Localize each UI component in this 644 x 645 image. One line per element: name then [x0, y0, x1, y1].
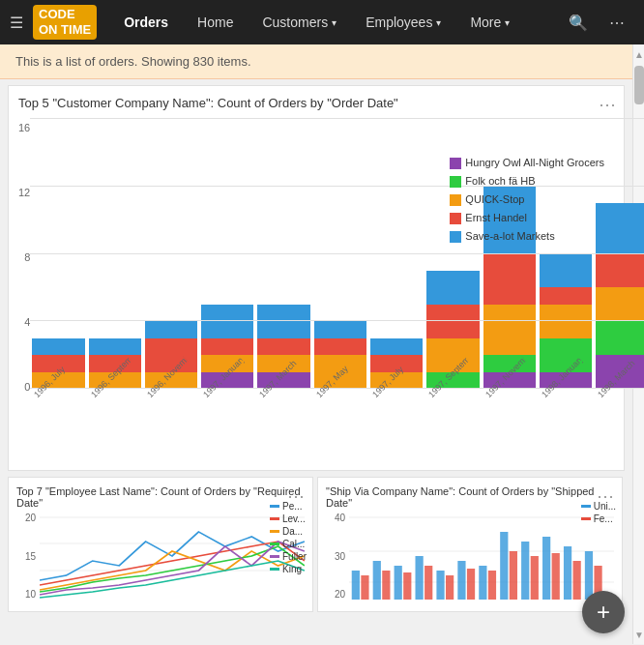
- svg-rect-25: [510, 551, 517, 600]
- bar-segment: [426, 271, 479, 305]
- y-label-8: 8: [18, 251, 30, 263]
- bar-segment: [540, 287, 592, 305]
- bar-segment: [257, 338, 309, 356]
- legend-label-folk: Folk och fä HB: [465, 175, 535, 187]
- bar-group: [314, 118, 366, 389]
- svg-rect-9: [416, 556, 424, 600]
- legend-label-hungry-owl: Hungry Owl All-Night Grocers: [465, 157, 604, 168]
- legend-color-quick: [450, 194, 461, 206]
- bar-segment: [596, 253, 644, 287]
- svg-rect-28: [573, 561, 581, 600]
- bottom-chart-left-title: Top 7 "Employee Last Name": Count of Ord…: [16, 485, 305, 509]
- bottom-right-chart-area: [349, 513, 614, 600]
- legend-label-ernst: Ernst Handel: [465, 212, 527, 223]
- main-chart-options[interactable]: ⋯: [599, 94, 616, 115]
- bar-segment: [596, 321, 644, 355]
- bar-segment: [540, 305, 592, 338]
- svg-rect-18: [361, 575, 368, 600]
- legend-item-quick: QUICK-Stop: [450, 193, 604, 206]
- navbar-right: 🔍 ⋯: [561, 5, 634, 40]
- bar-group: [145, 118, 197, 389]
- bottom-chart-right-title: "Ship Via Company Name": Count of Orders…: [326, 485, 614, 509]
- bar-segment: [370, 338, 423, 356]
- scroll-up-arrow[interactable]: ▲: [633, 44, 644, 64]
- legend-item-folk: Folk och fä HB: [450, 175, 604, 188]
- bottom-charts: Top 7 "Employee Last Name": Count of Ord…: [8, 477, 636, 612]
- main-chart-card: Top 5 "Customer Company Name": Count of …: [8, 85, 625, 471]
- legend-color-ernst: [450, 213, 461, 224]
- svg-rect-16: [564, 546, 571, 600]
- svg-rect-10: [436, 571, 444, 600]
- svg-rect-23: [467, 569, 475, 600]
- bar-group: [257, 118, 309, 389]
- bar-segment: [89, 338, 141, 356]
- bar-segment: [540, 253, 592, 287]
- svg-rect-7: [373, 561, 381, 600]
- bottom-chart-right: "Ship Via Company Name": Count of Orders…: [317, 477, 623, 612]
- bar-segment: [201, 338, 253, 356]
- bar-group: [201, 118, 253, 389]
- bar-group: [32, 118, 84, 389]
- nav-home[interactable]: Home: [186, 0, 245, 44]
- svg-rect-24: [488, 571, 496, 600]
- bar-segment: [483, 253, 536, 305]
- legend-color-hungry-owl: [450, 158, 461, 169]
- svg-rect-20: [403, 572, 411, 600]
- bottom-chart-left: Top 7 "Employee Last Name": Count of Ord…: [8, 477, 313, 612]
- svg-rect-26: [531, 556, 539, 600]
- svg-rect-6: [352, 571, 360, 600]
- svg-rect-11: [457, 561, 465, 600]
- bar-segment: [145, 321, 197, 338]
- bottom-left-content: 20 15 10: [16, 513, 305, 600]
- legend-label-savealot: Save-a-lot Markets: [465, 230, 554, 242]
- svg-rect-12: [479, 566, 486, 600]
- bar-segment: [201, 305, 253, 338]
- legend-color-savealot: [450, 231, 461, 243]
- bar-segment: [314, 338, 366, 356]
- nav-orders[interactable]: Orders: [112, 0, 180, 44]
- svg-rect-22: [446, 575, 454, 600]
- nav-more[interactable]: More▾: [458, 0, 521, 44]
- scrollbar-thumb[interactable]: [634, 66, 644, 104]
- main-chart-title: Top 5 "Customer Company Name": Count of …: [18, 96, 614, 110]
- y-label-12: 12: [18, 187, 30, 198]
- info-bar: This is a list of orders. Showing 830 it…: [0, 44, 644, 79]
- svg-rect-27: [552, 553, 560, 600]
- search-icon[interactable]: 🔍: [561, 5, 596, 40]
- bar-segment: [314, 321, 366, 338]
- brand-logo: CODE ON TIME: [33, 5, 97, 39]
- more-options-icon[interactable]: ⋯: [600, 5, 634, 40]
- legend-item-hungry-owl: Hungry Owl All-Night Grocers: [450, 157, 604, 169]
- bar-segment: [32, 338, 84, 356]
- legend-item-savealot: Save-a-lot Markets: [450, 230, 604, 243]
- x-labels-container: 1996, July1996, September1996, November1…: [30, 393, 644, 460]
- nav-customers[interactable]: Customers▾: [250, 0, 348, 44]
- y-label-4: 4: [18, 316, 30, 328]
- svg-rect-15: [542, 537, 550, 600]
- scroll-down-arrow[interactable]: ▼: [633, 625, 644, 644]
- chart-legend: Hungry Owl All-Night Grocers Folk och fä…: [450, 157, 604, 243]
- svg-rect-8: [395, 566, 402, 600]
- legend-item-ernst: Ernst Handel: [450, 212, 604, 224]
- y-label-0: 0: [18, 381, 30, 393]
- bar-segment: [483, 305, 536, 356]
- bar-segment: [596, 287, 644, 321]
- svg-rect-14: [521, 542, 529, 600]
- bar-group: [89, 118, 141, 389]
- bottom-left-legend: Pe... Lev... Da... Cal... Fuller King: [270, 501, 307, 576]
- bar-segment: [426, 305, 479, 338]
- nav-employees[interactable]: Employees▾: [354, 0, 453, 44]
- hamburger-icon[interactable]: ☰: [10, 14, 23, 32]
- bottom-right-legend: Uni... Fe...: [581, 501, 616, 526]
- svg-rect-19: [382, 571, 390, 600]
- bottom-left-chart-area: [40, 513, 305, 600]
- fab-button[interactable]: +: [582, 591, 625, 633]
- svg-rect-21: [424, 566, 432, 600]
- navbar: ☰ CODE ON TIME Orders Home Customers▾ Em…: [0, 0, 644, 44]
- legend-label-quick: QUICK-Stop: [465, 193, 524, 205]
- y-label-16: 16: [18, 122, 30, 133]
- svg-rect-13: [500, 532, 508, 600]
- bar-segment: [257, 305, 309, 338]
- svg-rect-17: [585, 551, 593, 600]
- bottom-right-content: 40 30 20: [326, 513, 614, 600]
